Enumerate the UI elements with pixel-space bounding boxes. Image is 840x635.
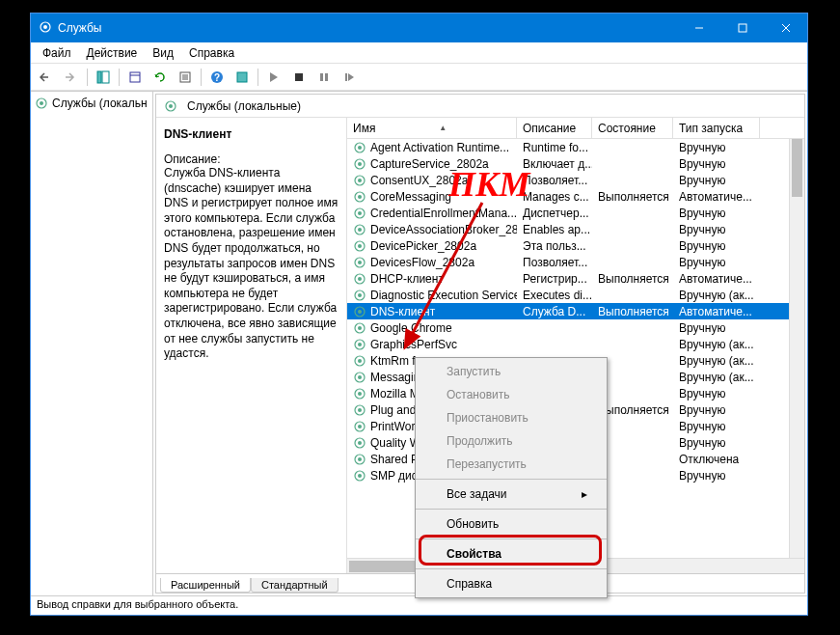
ctx-all-tasks[interactable]: Все задачи▸ <box>416 483 607 506</box>
close-button[interactable] <box>764 14 807 42</box>
description-text: Служба DNS-клиента (dnscache) кэширует и… <box>164 166 339 362</box>
column-state[interactable]: Состояние <box>592 118 673 138</box>
table-row[interactable]: DevicePicker_2802aЭта польз...Вручную <box>347 237 804 254</box>
gear-icon <box>353 289 366 302</box>
properties-button[interactable] <box>174 67 197 88</box>
ctx-help[interactable]: Справка <box>416 572 607 595</box>
svg-point-30 <box>358 162 362 166</box>
pause-button[interactable] <box>312 67 336 88</box>
restart-button[interactable] <box>338 67 361 88</box>
right-pane-title-bar: Службы (локальные) <box>156 95 804 118</box>
export-button[interactable] <box>123 67 147 88</box>
list-header: Имя▲ Описание Состояние Тип запуска <box>347 118 804 139</box>
svg-rect-21 <box>345 73 347 81</box>
tab-standard[interactable]: Стандартный <box>251 578 339 593</box>
title-bar[interactable]: Службы <box>31 14 807 42</box>
minimize-button[interactable] <box>677 14 720 42</box>
svg-point-36 <box>358 211 362 215</box>
ctx-resume[interactable]: Продолжить <box>416 429 607 453</box>
play-button[interactable] <box>262 67 285 88</box>
column-description[interactable]: Описание <box>517 118 592 138</box>
description-pane: DNS-клиент Описание: Служба DNS-клиента … <box>156 118 347 573</box>
table-row[interactable]: DeviceAssociationBroker_28...Enables ap.… <box>347 221 804 237</box>
svg-text:?: ? <box>214 72 220 83</box>
gear-icon <box>353 403 366 417</box>
ctx-refresh[interactable]: Обновить <box>416 512 607 536</box>
ctx-stop[interactable]: Остановить <box>416 383 607 406</box>
tree-node-services[interactable]: Службы (локальн <box>31 95 152 112</box>
svg-point-40 <box>358 244 362 248</box>
ctx-start[interactable]: Запустить <box>416 360 607 383</box>
table-row[interactable]: DHCP-клиентРегистрир...ВыполняетсяАвтома… <box>347 270 804 287</box>
toolbar: ? <box>31 64 807 91</box>
gear-icon <box>353 239 366 253</box>
menu-action[interactable]: Действие <box>79 43 146 63</box>
gear-icon <box>353 223 366 236</box>
show-hide-tree-button[interactable] <box>92 67 115 88</box>
gear-icon <box>353 371 366 384</box>
svg-marker-22 <box>348 73 354 81</box>
svg-marker-17 <box>270 72 278 82</box>
chevron-right-icon: ▸ <box>582 487 587 501</box>
svg-point-26 <box>169 104 173 108</box>
gear-icon <box>353 174 366 187</box>
maximize-button[interactable] <box>720 14 764 42</box>
gear-icon <box>353 436 366 450</box>
ctx-restart[interactable]: Перезапустить <box>416 453 607 476</box>
window-title: Службы <box>58 21 677 35</box>
tree-pane: Службы (локальн <box>31 92 153 595</box>
svg-rect-7 <box>102 71 109 83</box>
table-row[interactable]: ConsentUX_2802aПозволяет...Вручную <box>347 172 804 188</box>
forward-button[interactable] <box>60 67 83 88</box>
table-row[interactable]: DevicesFlow_2802aПозволяет...Вручную <box>347 254 804 270</box>
svg-point-34 <box>358 195 362 199</box>
gear-icon <box>353 420 366 433</box>
table-row[interactable]: CaptureService_2802aВключает д...Вручную <box>347 155 804 172</box>
refresh-button[interactable] <box>149 67 172 88</box>
table-row[interactable]: Google ChromeВручную <box>347 319 804 336</box>
gear-icon <box>35 97 48 110</box>
svg-point-42 <box>358 261 362 264</box>
svg-point-44 <box>358 277 362 281</box>
gear-icon <box>353 321 366 335</box>
table-row[interactable]: CoreMessagingManages c...ВыполняетсяАвто… <box>347 188 804 205</box>
context-menu: Запустить Остановить Приостановить Продо… <box>415 357 608 598</box>
svg-rect-3 <box>739 24 746 32</box>
gear-icon <box>353 190 366 204</box>
svg-point-62 <box>358 425 362 428</box>
table-row[interactable]: CredentialEnrollmentMana...Диспетчер...В… <box>347 205 804 221</box>
back-button[interactable] <box>35 67 58 88</box>
stop-button[interactable] <box>287 67 311 88</box>
gear-icon <box>353 207 366 220</box>
svg-point-48 <box>358 310 362 314</box>
svg-point-54 <box>358 359 362 363</box>
gear-icon <box>353 453 366 466</box>
gear-icon <box>353 141 366 154</box>
gear-icon <box>353 469 366 483</box>
menu-view[interactable]: Вид <box>145 43 181 63</box>
help-button[interactable]: ? <box>205 67 229 88</box>
table-row[interactable]: Agent Activation Runtime...Runtime fo...… <box>347 139 804 155</box>
selected-service-name: DNS-клиент <box>164 127 339 141</box>
menu-help[interactable]: Справка <box>181 43 242 63</box>
gear-icon <box>39 20 52 37</box>
gear-icon <box>353 305 366 318</box>
help2-button[interactable] <box>230 67 254 88</box>
table-row[interactable]: Diagnostic Execution ServiceExecutes di.… <box>347 287 804 303</box>
ctx-properties[interactable]: Свойства <box>416 542 607 566</box>
gear-icon <box>164 99 177 113</box>
column-start-type[interactable]: Тип запуска <box>673 118 760 138</box>
column-name[interactable]: Имя▲ <box>347 118 517 138</box>
svg-rect-19 <box>320 73 323 81</box>
svg-point-68 <box>358 474 362 478</box>
svg-point-1 <box>43 25 47 29</box>
svg-rect-6 <box>97 71 101 83</box>
vertical-scrollbar[interactable] <box>789 139 804 558</box>
table-row[interactable]: DNS-клиентСлужба D...ВыполняетсяАвтомати… <box>347 303 804 319</box>
tab-extended[interactable]: Расширенный <box>160 578 251 593</box>
svg-point-46 <box>358 293 362 297</box>
table-row[interactable]: GraphicsPerfSvcВручную (ак... <box>347 336 804 352</box>
ctx-pause[interactable]: Приостановить <box>416 406 607 429</box>
svg-rect-8 <box>130 72 140 82</box>
menu-file[interactable]: Файл <box>35 43 79 63</box>
